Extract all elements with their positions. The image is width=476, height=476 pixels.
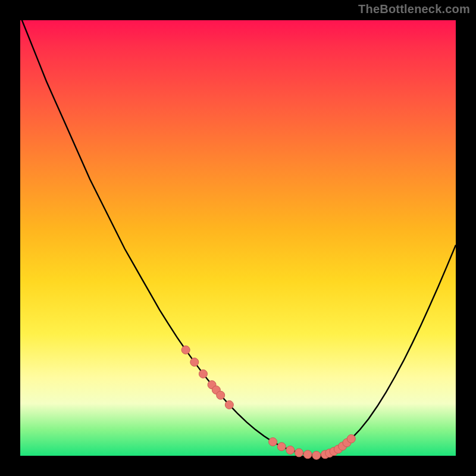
chart-marker xyxy=(225,400,233,409)
chart-marker xyxy=(269,438,277,446)
watermark-text: TheBottleneck.com xyxy=(358,2,470,16)
app-frame: TheBottleneck.com xyxy=(0,0,476,476)
chart-marker xyxy=(303,450,312,459)
chart-marker xyxy=(181,346,190,354)
chart-marker xyxy=(217,391,225,399)
chart-marker xyxy=(347,434,355,443)
chart-marker xyxy=(312,451,321,459)
chart-marker xyxy=(190,358,199,367)
plot-container xyxy=(20,20,456,456)
bottleneck-curve-path xyxy=(20,16,456,456)
chart-marker xyxy=(295,449,303,457)
marker-layer xyxy=(181,346,355,459)
chart-marker xyxy=(199,369,207,378)
chart-marker xyxy=(277,443,286,451)
bottleneck-chart xyxy=(20,20,456,456)
chart-marker xyxy=(286,446,295,454)
